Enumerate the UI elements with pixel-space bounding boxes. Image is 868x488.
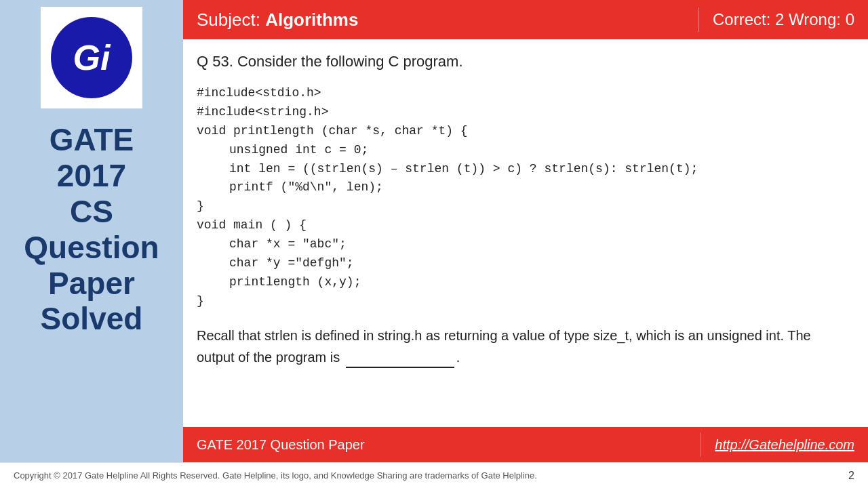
content-area: Subject: Algorithms Correct: 2 Wrong: 0 …: [183, 0, 868, 462]
main-wrapper: Gi GATE2017CSQuestionPaperSolved Subject…: [0, 0, 868, 462]
subject-value: Algorithms: [265, 9, 358, 30]
footer-left-label: GATE 2017 Question Paper: [183, 432, 701, 458]
subject-label: Subject:: [197, 9, 265, 30]
answer-blank: [346, 367, 454, 368]
code-line-9: char *x = "abc";: [229, 235, 851, 254]
code-line-2: #include<string.h>: [197, 103, 851, 122]
logo-circle: Gi: [51, 17, 132, 98]
footer-bar: GATE 2017 Question Paper http://Gatehelp…: [183, 427, 868, 462]
logo-text: Gi: [73, 37, 111, 78]
question-title: Q 53. Consider the following C program.: [197, 53, 851, 70]
sidebar-title: GATE2017CSQuestionPaperSolved: [17, 122, 165, 337]
code-line-3: void printlength (char *s, char *t) {: [197, 122, 851, 141]
code-line-5: int len = ((strlen(s) – strlen (t)) > c)…: [229, 160, 851, 179]
sidebar: Gi GATE2017CSQuestionPaperSolved: [0, 0, 183, 462]
code-line-12: }: [197, 292, 851, 311]
header-bar: Subject: Algorithms Correct: 2 Wrong: 0: [183, 0, 868, 39]
header-divider: [698, 7, 699, 32]
code-line-11: printlength (x,y);: [229, 273, 851, 292]
copyright-text: Copyright © 2017 Gate Helpline All Right…: [14, 470, 537, 481]
logo-container: Gi: [41, 7, 142, 108]
code-line-6: printf ("%d\n", len);: [229, 178, 851, 197]
recall-text: Recall that strlen is defined in string.…: [197, 325, 851, 368]
copyright-bar: Copyright © 2017 Gate Helpline All Right…: [0, 462, 868, 488]
header-score: Correct: 2 Wrong: 0: [713, 10, 854, 29]
code-line-4: unsigned int c = 0;: [229, 141, 851, 160]
code-line-10: char *y ="defgh";: [229, 254, 851, 273]
question-content: Q 53. Consider the following C program. …: [183, 39, 868, 427]
code-line-1: #include<stdio.h>: [197, 84, 851, 103]
page-number: 2: [848, 470, 854, 482]
footer-right-link[interactable]: http://Gatehelpline.com: [701, 432, 868, 458]
header-subject: Subject: Algorithms: [197, 9, 685, 30]
code-line-7: }: [197, 197, 851, 216]
code-block: #include<stdio.h> #include<string.h> voi…: [197, 84, 851, 311]
code-line-8: void main ( ) {: [197, 216, 851, 235]
